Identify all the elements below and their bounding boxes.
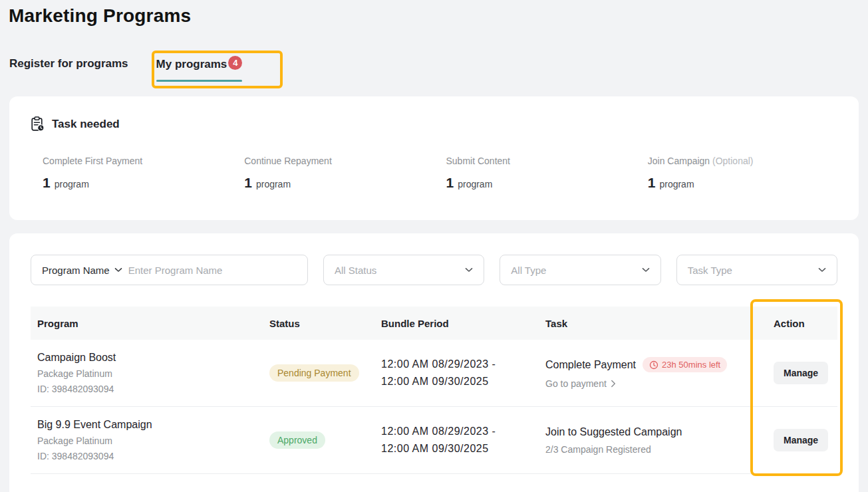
marketing-programs-page: Marketing Programs Register for programs…: [0, 0, 868, 492]
column-header-action: Action: [767, 318, 837, 329]
stat-unit: program: [256, 179, 291, 189]
countdown-text: 23h 50mins left: [662, 360, 720, 370]
task-title: Complete Payment: [545, 359, 636, 371]
task-type-filter-value: Task Type: [688, 265, 732, 276]
table-header-row: Program Status Bundle Period Task Action: [31, 307, 837, 340]
clock-icon: [649, 360, 658, 370]
notification-count-badge: 4: [228, 56, 242, 70]
page-title: Marketing Programs: [9, 5, 191, 27]
chevron-right-icon: [611, 380, 616, 388]
status-filter-dropdown[interactable]: All Status: [323, 255, 484, 285]
stat-unit: program: [458, 179, 492, 189]
stat-join-campaign: Join Campaign (Optional) 1 program: [636, 156, 837, 191]
program-cell: Big 9.9 Event Campaign Package Platinum …: [31, 419, 263, 461]
status-badge: Pending Payment: [269, 364, 359, 382]
chevron-down-icon: [114, 267, 122, 273]
stat-submit-content: Submit Content 1 program: [434, 156, 636, 191]
table-row: Big 9.9 Event Campaign Package Platinum …: [31, 407, 837, 474]
search-field-label: Program Name: [42, 265, 110, 276]
program-id: ID: 398482093094: [37, 451, 263, 461]
chevron-down-icon: [818, 267, 826, 273]
tab-register-label: Register for programs: [9, 57, 128, 70]
status-badge: Approved: [269, 431, 325, 449]
period-start: 12:00 AM 08/29/2023 -: [381, 356, 539, 373]
stat-label: Complete First Payment: [43, 156, 142, 166]
column-header-program: Program: [31, 318, 263, 329]
programs-table: Program Status Bundle Period Task Action…: [31, 307, 837, 474]
countdown-pill: 23h 50mins left: [643, 357, 727, 372]
bundle-period-cell: 12:00 AM 08/29/2023 - 12:00 AM 09/30/202…: [374, 423, 539, 457]
period-start: 12:00 AM 08/29/2023 -: [381, 423, 539, 440]
chevron-down-icon: [642, 267, 650, 273]
action-cell: Manage: [767, 362, 837, 384]
program-name-input[interactable]: [128, 265, 298, 276]
period-end: 12:00 AM 09/30/2025: [381, 373, 539, 390]
manage-button[interactable]: Manage: [774, 362, 828, 384]
stat-label: Submit Content: [446, 156, 511, 166]
period-end: 12:00 AM 09/30/2025: [381, 440, 539, 457]
tab-my-programs[interactable]: My programs 4: [156, 57, 243, 71]
stat-value: 1: [43, 175, 51, 191]
program-package: Package Platinum: [37, 435, 263, 446]
task-stats: Complete First Payment 1 program Continu…: [31, 156, 837, 191]
bundle-period-cell: 12:00 AM 08/29/2023 - 12:00 AM 09/30/202…: [374, 356, 539, 390]
program-name: Campaign Boost: [37, 352, 263, 364]
column-header-bundle-period: Bundle Period: [374, 318, 539, 329]
stat-label: Join Campaign: [648, 156, 710, 166]
go-to-payment-link[interactable]: Go to payment: [545, 378, 616, 389]
program-name: Big 9.9 Event Campaign: [37, 419, 263, 431]
tab-bar: Register for programs My programs 4: [9, 57, 242, 71]
table-row: Campaign Boost Package Platinum ID: 3984…: [31, 340, 837, 407]
task-needed-title: Task needed: [52, 118, 120, 131]
program-package: Package Platinum: [37, 368, 263, 379]
task-cell: Complete Payment 23h 50mins left: [539, 357, 767, 389]
stat-optional-suffix: (Optional): [712, 156, 753, 166]
stat-unit: program: [659, 179, 694, 189]
tab-register-for-programs[interactable]: Register for programs: [9, 57, 128, 71]
stat-unit: program: [55, 179, 89, 189]
column-header-status: Status: [263, 318, 374, 329]
status-filter-value: All Status: [335, 265, 376, 276]
stat-label: Continue Repayment: [244, 156, 332, 166]
status-cell: Approved: [263, 431, 374, 449]
task-needed-card: Task needed Complete First Payment 1 pro…: [9, 96, 859, 220]
action-cell: Manage: [767, 429, 837, 451]
go-to-payment-label: Go to payment: [545, 378, 607, 389]
filter-bar: Program Name All Status All Type: [31, 255, 837, 285]
program-id: ID: 398482093094: [37, 384, 263, 394]
task-type-filter-dropdown[interactable]: Task Type: [676, 255, 837, 285]
tab-my-label: My programs: [156, 58, 227, 71]
stat-value: 1: [446, 175, 454, 191]
programs-card: Program Name All Status All Type: [9, 233, 859, 492]
chevron-down-icon: [465, 267, 473, 273]
active-tab-underline: [156, 80, 243, 82]
column-header-task: Task: [539, 318, 767, 329]
stat-complete-first-payment: Complete First Payment 1 program: [31, 156, 232, 191]
task-cell: Join to Suggested Campaign 2/3 Campaign …: [539, 426, 767, 455]
clipboard-clock-icon: [31, 116, 45, 132]
task-title: Join to Suggested Campaign: [545, 426, 682, 438]
program-cell: Campaign Boost Package Platinum ID: 3984…: [31, 352, 263, 394]
program-name-search[interactable]: Program Name: [31, 255, 308, 285]
type-filter-dropdown[interactable]: All Type: [500, 255, 660, 285]
task-progress-text: 2/3 Campaign Registered: [545, 444, 651, 455]
manage-button[interactable]: Manage: [774, 429, 828, 451]
stat-continue-repayment: Continue Repayment 1 program: [232, 156, 434, 191]
search-field-selector[interactable]: Program Name: [42, 265, 122, 276]
status-cell: Pending Payment: [263, 364, 374, 382]
stat-value: 1: [244, 175, 252, 191]
type-filter-value: All Type: [511, 265, 546, 276]
stat-value: 1: [648, 175, 656, 191]
